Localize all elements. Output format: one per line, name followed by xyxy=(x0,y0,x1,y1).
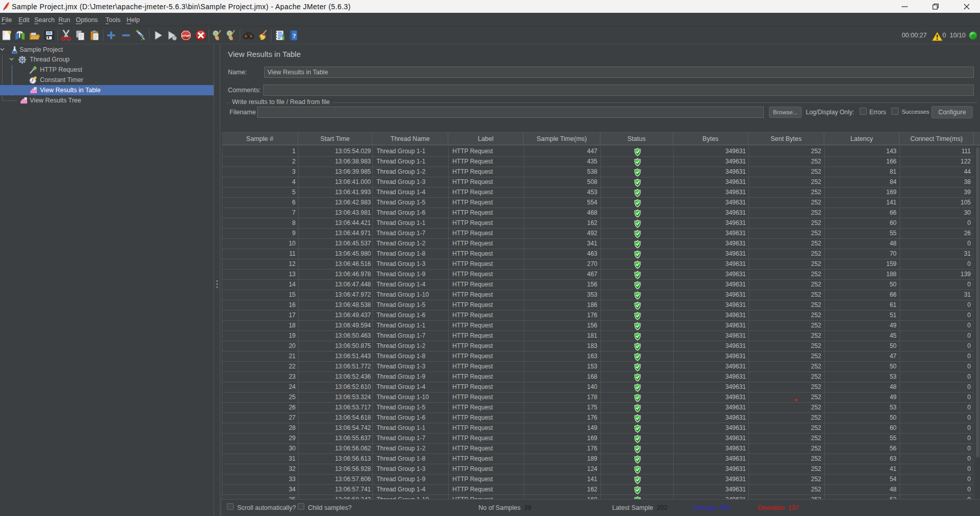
svg-text:?: ? xyxy=(293,32,296,39)
svg-text:STOP: STOP xyxy=(182,34,190,37)
